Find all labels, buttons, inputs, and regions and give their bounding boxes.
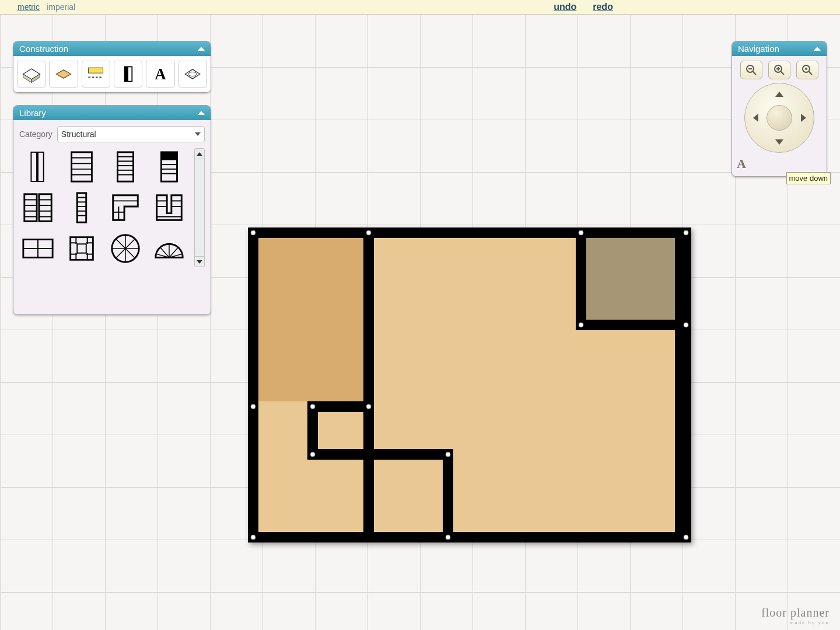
dimension-tool-button[interactable]: [82, 61, 110, 88]
unit-imperial-link[interactable]: imperial: [47, 2, 75, 12]
svg-rect-103: [318, 412, 363, 449]
construction-panel: Construction A: [13, 41, 211, 93]
svg-point-117: [684, 535, 688, 540]
svg-rect-99: [586, 238, 675, 320]
category-select[interactable]: Structural: [57, 126, 205, 142]
chevron-left-icon: [753, 114, 758, 122]
navigation-panel-header[interactable]: Navigation: [732, 41, 827, 56]
collapse-icon[interactable]: [198, 111, 205, 115]
chevron-up-icon: [197, 152, 202, 156]
door-tool-button[interactable]: [114, 61, 142, 88]
svg-point-116: [446, 535, 450, 540]
svg-line-68: [125, 239, 135, 249]
svg-rect-11: [31, 152, 37, 181]
svg-point-112: [366, 404, 371, 409]
navigation-panel-title: Navigation: [738, 44, 779, 54]
svg-point-114: [446, 452, 450, 457]
pan-down-button[interactable]: [772, 134, 787, 149]
svg-rect-91: [258, 238, 363, 401]
svg-point-104: [251, 230, 256, 235]
svg-rect-12: [38, 152, 44, 181]
svg-rect-7: [124, 66, 128, 81]
zoom-out-button[interactable]: [740, 61, 762, 79]
library-panel: Library Category Structural: [13, 105, 211, 315]
library-scrollbar[interactable]: [194, 148, 205, 267]
library-item-stair-wide[interactable]: [19, 230, 57, 267]
chevron-up-icon: [775, 92, 783, 97]
svg-line-72: [116, 249, 125, 258]
nav-text-tool[interactable]: A: [737, 156, 746, 172]
svg-line-84: [780, 71, 784, 75]
top-toolbar: metric imperial undo redo: [0, 0, 840, 15]
svg-rect-102: [258, 412, 307, 532]
construction-panel-title: Construction: [19, 44, 68, 54]
svg-rect-56: [71, 237, 93, 260]
category-label: Category: [19, 130, 52, 139]
unit-toggle: metric imperial: [18, 2, 75, 12]
library-panel-header[interactable]: Library: [13, 106, 211, 120]
chevron-down-icon: [197, 260, 202, 264]
ceiling-tool-button[interactable]: [178, 61, 207, 88]
collapse-icon[interactable]: [814, 47, 821, 51]
tooltip-move-down: move down: [786, 172, 831, 184]
floorplan-drawing[interactable]: [242, 222, 697, 550]
svg-rect-97: [443, 449, 453, 537]
chevron-down-icon: [775, 139, 783, 145]
svg-text:A: A: [155, 65, 166, 83]
svg-point-109: [579, 323, 583, 327]
category-selected-value: Structural: [61, 130, 96, 139]
collapse-icon[interactable]: [198, 47, 205, 51]
zoom-controls: [737, 61, 822, 79]
svg-point-111: [310, 404, 315, 409]
scroll-up-button[interactable]: [195, 149, 204, 159]
svg-point-110: [251, 404, 256, 409]
pan-center-button[interactable]: [766, 105, 792, 131]
svg-point-89: [805, 68, 807, 70]
svg-rect-98: [363, 228, 374, 412]
svg-rect-96: [307, 449, 453, 460]
construction-panel-header[interactable]: Construction: [13, 41, 211, 56]
library-item-stair-l[interactable]: [107, 189, 144, 226]
text-tool-button[interactable]: A: [146, 61, 174, 88]
library-item-door[interactable]: [19, 148, 57, 186]
chevron-down-icon: [195, 132, 201, 136]
zoom-in-button[interactable]: [768, 61, 790, 79]
undo-link[interactable]: undo: [554, 2, 576, 12]
construction-tools: A: [13, 56, 211, 92]
navigation-panel: Navigation A: [732, 41, 827, 177]
svg-point-115: [251, 535, 256, 540]
svg-line-81: [752, 71, 756, 75]
svg-line-70: [125, 249, 135, 258]
svg-point-107: [684, 230, 688, 235]
svg-rect-25: [161, 152, 177, 160]
pan-up-button[interactable]: [772, 86, 787, 102]
svg-rect-4: [89, 68, 103, 73]
library-item-stair-c[interactable]: [150, 148, 188, 186]
svg-point-105: [366, 230, 371, 235]
scroll-down-button[interactable]: [195, 256, 204, 267]
library-item-stair-b[interactable]: [107, 148, 144, 186]
library-item-stair-e[interactable]: [63, 189, 100, 226]
svg-marker-9: [186, 69, 200, 79]
pan-right-button[interactable]: [796, 110, 811, 125]
library-item-stair-square[interactable]: [63, 230, 100, 267]
library-grid: [19, 148, 191, 267]
nav-footer: A: [737, 156, 822, 172]
library-item-stair-u[interactable]: [150, 189, 188, 226]
library-panel-title: Library: [19, 108, 46, 118]
library-item-stair-d[interactable]: [19, 189, 57, 226]
unit-metric-link[interactable]: metric: [18, 2, 40, 12]
pan-dpad: [744, 83, 814, 153]
surface-tool-button[interactable]: [49, 61, 78, 88]
pan-left-button[interactable]: [748, 110, 763, 125]
library-item-stair-curved[interactable]: [150, 230, 188, 267]
library-item-stair-spiral[interactable]: [107, 230, 144, 267]
room-tool-button[interactable]: [17, 61, 46, 88]
redo-link[interactable]: redo: [593, 2, 613, 12]
zoom-fit-button[interactable]: [796, 61, 818, 79]
library-item-stair-a[interactable]: [63, 148, 100, 186]
brand-name: floor planner: [761, 606, 830, 619]
undo-redo-group: undo redo: [554, 2, 613, 12]
brand-logo: floor planner made by you: [761, 606, 830, 625]
brand-tagline: made by you: [761, 620, 830, 625]
